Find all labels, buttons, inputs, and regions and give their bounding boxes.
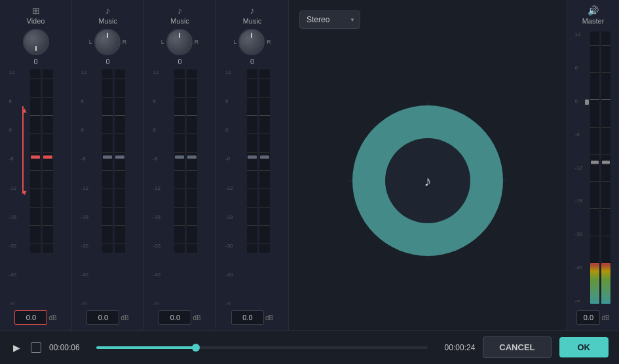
video-db-input[interactable] (14, 310, 47, 325)
music1-icon: ♪ (105, 5, 110, 16)
video-label: Video (27, 17, 45, 25)
center-panel: Stereo Mono Left Only Right Only ♪ (289, 0, 567, 330)
svg-text:♪: ♪ (424, 173, 432, 189)
master-db-input[interactable] (576, 310, 600, 325)
donut-container: ♪ (343, 42, 513, 319)
music2-db-row: dB (159, 310, 200, 325)
current-time: 00:00:06 (49, 343, 88, 352)
speaker-icon: 🔊 (588, 5, 599, 16)
bottom-bar: ▶ 00:00:06 00:00:24 CANCEL OK (0, 330, 619, 364)
stereo-select[interactable]: Stereo Mono Left Only Right Only (299, 10, 360, 29)
music3-db-unit: dB (265, 314, 273, 321)
music1-knob-value: 0 (105, 58, 109, 65)
master-panel: 🔊 Master 12 6 0 -6 -12 -18 -30 -40 -∞ (567, 0, 619, 330)
music2-icon: ♪ (178, 5, 182, 16)
music1-label: Music (98, 17, 117, 25)
channel-music1: ♪ Music L R 0 12 6 0 -6 -12 -18 -30 -40 … (72, 0, 144, 330)
music3-knob-value: 0 (250, 58, 254, 65)
channel-video: ⊞ Video 0 12 6 0 -6 -12 -18 -30 -40 -∞ (0, 0, 72, 330)
master-db-unit: dB (601, 314, 609, 321)
music3-db-input[interactable] (231, 310, 264, 325)
music1-db-row: dB (86, 310, 128, 325)
ok-button[interactable]: OK (559, 337, 609, 357)
cancel-button[interactable]: CANCEL (483, 337, 551, 358)
music1-db-unit: dB (121, 314, 128, 321)
video-knob-value: 0 (33, 58, 37, 65)
music2-fader[interactable] (174, 69, 197, 306)
music1-knob-container: L R (85, 29, 131, 55)
music1-fader[interactable] (102, 69, 125, 306)
master-label: Master (582, 17, 605, 25)
end-time: 00:00:24 (436, 343, 475, 352)
music2-knob[interactable] (166, 29, 193, 55)
main-content: ⊞ Video 0 12 6 0 -6 -12 -18 -30 -40 -∞ (0, 0, 619, 330)
music3-knob[interactable] (238, 29, 265, 55)
channel-music2: ♪ Music L R 0 12 6 0 -6 -12 -18 -30 -40 … (144, 0, 216, 330)
video-knob-container (13, 29, 59, 55)
master-db-row: dB (576, 310, 609, 325)
music2-knob-container: L R (157, 29, 203, 55)
timeline-fill (96, 346, 196, 349)
stereo-select-wrapper[interactable]: Stereo Mono Left Only Right Only (299, 10, 360, 29)
music3-db-row: dB (231, 310, 273, 325)
music1-knob[interactable] (94, 29, 121, 55)
video-db-unit: dB (48, 314, 56, 321)
music3-knob-container: L R (229, 29, 275, 55)
channel-music3: ♪ Music L R 0 12 6 0 -6 -12 -18 -30 -40 … (216, 0, 288, 330)
music3-label: Music (243, 17, 262, 25)
music1-db-input[interactable] (86, 310, 119, 325)
timeline-track[interactable] (96, 346, 428, 349)
loop-checkbox[interactable] (31, 342, 41, 353)
video-icon: ⊞ (32, 5, 40, 16)
music2-db-unit: dB (193, 314, 200, 321)
music2-label: Music (170, 17, 189, 25)
stereo-select-row: Stereo Mono Left Only Right Only (299, 10, 556, 29)
video-db-row: dB (14, 310, 56, 325)
video-fader[interactable]: ▲ ▼ (30, 69, 53, 306)
video-knob[interactable] (23, 29, 49, 55)
timeline-thumb[interactable] (192, 344, 200, 352)
donut-visualization: ♪ (343, 96, 513, 266)
mixer-panel: ⊞ Video 0 12 6 0 -6 -12 -18 -30 -40 -∞ (0, 0, 289, 330)
music3-fader[interactable] (247, 69, 270, 306)
music3-icon: ♪ (250, 5, 255, 16)
play-button[interactable]: ▶ (10, 340, 23, 355)
music2-knob-value: 0 (178, 58, 181, 65)
music2-db-input[interactable] (159, 310, 191, 325)
